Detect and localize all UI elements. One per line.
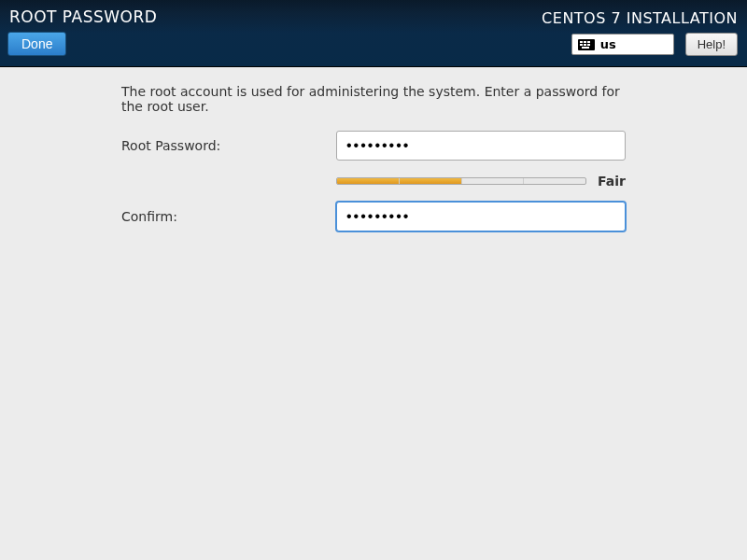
header: ROOT PASSWORD Done CENTOS 7 INSTALLATION…: [0, 0, 747, 67]
content: The root account is used for administeri…: [0, 67, 747, 231]
instruction-text: The root account is used for administeri…: [121, 84, 626, 114]
strength-segment: [462, 178, 525, 184]
password-strength-bar: [336, 177, 586, 185]
password-strength-label: Fair: [598, 174, 626, 189]
confirm-password-row: Confirm:: [121, 202, 626, 231]
strength-segment: [337, 178, 400, 184]
keyboard-layout-label: us: [600, 37, 616, 51]
confirm-password-input[interactable]: [336, 202, 626, 231]
header-right: CENTOS 7 INSTALLATION us Help!: [542, 9, 738, 56]
page-title: ROOT PASSWORD: [9, 7, 157, 26]
help-button[interactable]: Help!: [685, 33, 738, 56]
keyboard-icon: [578, 39, 595, 50]
confirm-password-label: Confirm:: [121, 209, 336, 224]
done-button[interactable]: Done: [7, 32, 66, 56]
header-controls: us Help!: [542, 33, 738, 56]
strength-segment: [400, 178, 462, 184]
installer-name: CENTOS 7 INSTALLATION: [542, 9, 738, 27]
password-strength-row: Fair: [336, 174, 626, 189]
root-password-row: Root Password:: [121, 131, 626, 161]
root-password-input[interactable]: [336, 131, 626, 161]
strength-segment: [524, 178, 585, 184]
root-password-label: Root Password:: [121, 138, 336, 153]
keyboard-layout-selector[interactable]: us: [571, 34, 674, 55]
